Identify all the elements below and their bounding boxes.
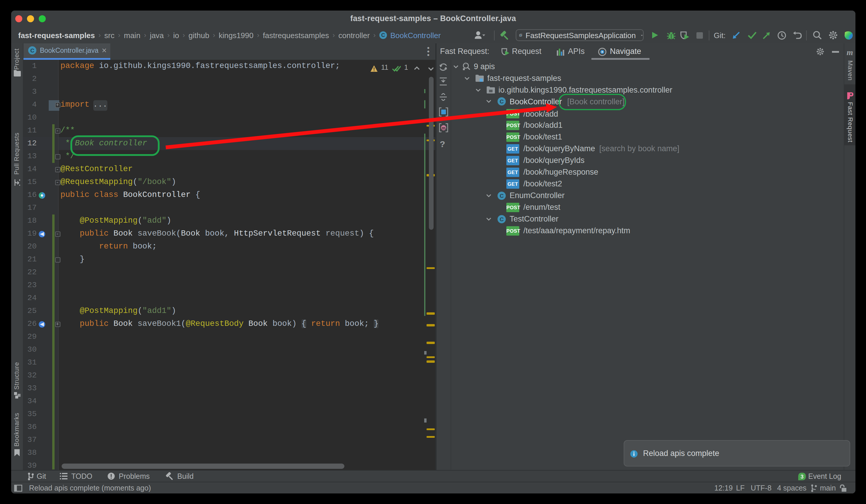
svg-text:C: C (499, 193, 503, 199)
svg-text:C: C (499, 216, 503, 222)
svg-text:m: m (441, 125, 445, 130)
svg-text:3: 3 (800, 474, 803, 480)
svg-text:C: C (381, 32, 385, 38)
svg-text:C: C (499, 99, 503, 105)
svg-text:C: C (30, 47, 34, 54)
